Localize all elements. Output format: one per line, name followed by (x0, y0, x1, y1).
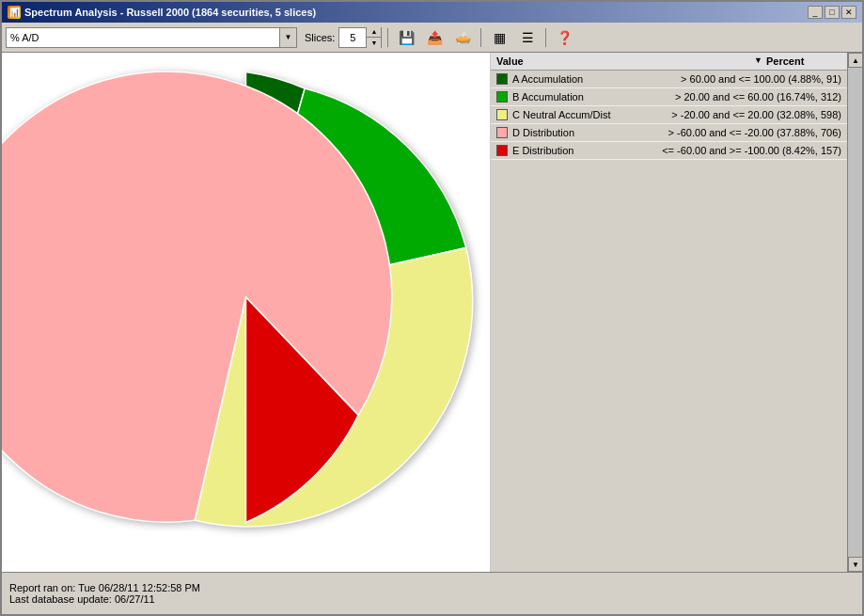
minimize-button[interactable]: _ (808, 6, 823, 19)
main-window: 📊 Spectrum Analysis - Russell 2000 (1864… (0, 0, 864, 616)
slices-input[interactable] (339, 30, 366, 45)
legend-row-range: > 20.00 and <= 60.00 (16.74%, 312) (669, 91, 841, 103)
dropdown-value: % A/D (7, 30, 279, 45)
metric-dropdown[interactable]: % A/D ▼ (6, 27, 297, 48)
toolbar-separator-2 (480, 28, 481, 47)
legend-color-swatch (496, 73, 508, 85)
scroll-up-button[interactable]: ▲ (848, 53, 862, 68)
legend-row-label: D Distribution (512, 127, 663, 138)
legend-row-e-distribution[interactable]: E Distribution <= -60.00 and >= -100.00 … (491, 142, 847, 160)
help-button[interactable]: ❓ (552, 26, 576, 49)
export-button[interactable]: 📤 (422, 26, 447, 49)
title-bar-left: 📊 Spectrum Analysis - Russell 2000 (1864… (8, 6, 316, 19)
toolbar-separator-3 (545, 28, 546, 47)
slices-control[interactable]: ▲ ▼ (338, 27, 382, 48)
content-wrapper: Value ▼ Percent A Accumulation > 60.00 a… (2, 53, 862, 572)
chart-area (2, 53, 490, 572)
title-bar: 📊 Spectrum Analysis - Russell 2000 (1864… (2, 2, 862, 23)
title-controls[interactable]: _ □ ✕ (808, 6, 856, 19)
legend-row-label: B Accumulation (512, 91, 669, 103)
footer: Report ran on: Tue 06/28/11 12:52:58 PM … (2, 572, 862, 614)
legend-row-a-accumulation[interactable]: A Accumulation > 60.00 and <= 100.00 (4.… (491, 71, 847, 88)
report-line: Report ran on: Tue 06/28/11 12:52:58 PM (9, 582, 855, 593)
dropdown-arrow[interactable]: ▼ (279, 28, 296, 47)
close-button[interactable]: ✕ (841, 6, 856, 19)
save-button[interactable]: 💾 (394, 26, 418, 49)
legend-row-range: <= -60.00 and >= -100.00 (8.42%, 157) (656, 145, 841, 156)
legend-row-label: A Accumulation (512, 73, 675, 85)
toolbar: % A/D ▼ Slices: ▲ ▼ 💾 📤 🥧 ▦ ☰ ❓ (2, 23, 862, 53)
slices-label: Slices: (305, 32, 335, 43)
legend-row-range: > 60.00 and <= 100.00 (4.88%, 91) (675, 73, 841, 85)
legend-color-swatch (496, 127, 508, 138)
legend-row-b-accumulation[interactable]: B Accumulation > 20.00 and <= 60.00 (16.… (491, 88, 847, 106)
legend-row-d-distribution[interactable]: D Distribution > -60.00 and <= -20.00 (3… (491, 124, 847, 142)
legend-color-swatch (496, 109, 508, 120)
legend-row-c-neutral-accum/dist[interactable]: C Neutral Accum/Dist > -20.00 and <= 20.… (491, 106, 847, 124)
legend-row-range: > -60.00 and <= -20.00 (37.88%, 706) (663, 127, 842, 138)
legend-color-swatch (496, 145, 508, 156)
legend-row-label: C Neutral Accum/Dist (512, 109, 666, 120)
scroll-down-button[interactable]: ▼ (848, 557, 862, 572)
scroll-track (848, 68, 862, 557)
pie-chart (2, 53, 490, 542)
db-line: Last database update: 06/27/11 (9, 593, 855, 605)
grid-button[interactable]: ▦ (487, 26, 511, 49)
scrollbar[interactable]: ▲ ▼ (847, 53, 862, 572)
slices-down-arrow[interactable]: ▼ (366, 38, 381, 48)
legend-sort-icon[interactable]: ▼ (754, 55, 762, 67)
legend-row-label: E Distribution (512, 145, 656, 156)
toolbar-separator-1 (387, 28, 388, 47)
legend-rows: A Accumulation > 60.00 and <= 100.00 (4.… (491, 71, 847, 160)
legend-percent-col: Percent (766, 55, 841, 67)
slices-up-arrow[interactable]: ▲ (366, 27, 381, 38)
legend-row-range: > -20.00 and <= 20.00 (32.08%, 598) (666, 109, 841, 120)
chart-type-button[interactable]: 🥧 (450, 26, 475, 49)
slices-arrows: ▲ ▼ (366, 27, 381, 48)
list-button[interactable]: ☰ (515, 26, 540, 49)
window-title: Spectrum Analysis - Russell 2000 (1864 s… (24, 7, 316, 18)
legend-area: Value ▼ Percent A Accumulation > 60.00 a… (490, 53, 847, 572)
app-icon: 📊 (8, 6, 21, 19)
legend-color-swatch (496, 91, 508, 103)
legend-value-col: Value (496, 55, 750, 67)
legend-header: Value ▼ Percent (491, 53, 847, 71)
maximize-button[interactable]: □ (825, 6, 840, 19)
